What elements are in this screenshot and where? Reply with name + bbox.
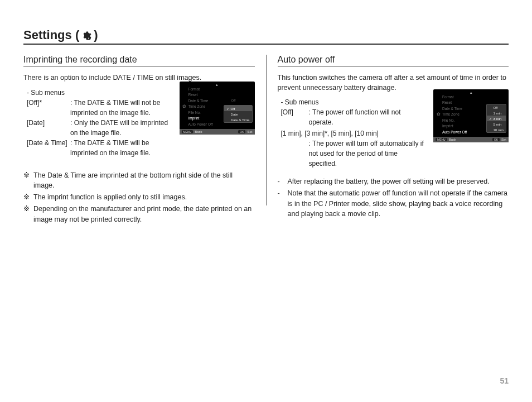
reference-marker: ※ [23, 204, 33, 225]
left-column: Imprinting the recording date There is a… [23, 55, 255, 226]
reference-marker: ※ [23, 170, 33, 192]
check-icon: ✓ [489, 117, 493, 121]
camera-option: 5 min [487, 121, 506, 127]
page-number: 51 [500, 376, 509, 385]
check-icon: ✓ [226, 107, 230, 111]
camera-menu-text: Date & Time [187, 99, 231, 103]
gear-icon: ✿ [436, 112, 441, 117]
submenu-desc: : The power will turn off automatically … [309, 138, 509, 169]
camera-option: Off [487, 104, 506, 110]
menu-button-label: MENU [182, 130, 194, 133]
left-notes: ※The Date & Time are imprinted at the bo… [23, 170, 255, 225]
note-text: The Date & Time are imprinted at the bot… [33, 170, 255, 192]
menu-button-label: MENU [436, 138, 447, 141]
camera-footer: MENU Back OK Set [433, 137, 509, 142]
camera-screenshot-autopower: ▴ FormatResetDate & Time✿Time ZoneFile N… [433, 89, 509, 142]
camera-footer: MENU Back OK Set [180, 129, 255, 135]
dash-marker: - [278, 176, 288, 187]
submenu-label [281, 138, 309, 169]
note-text: After replacing the battery, the power o… [288, 176, 509, 187]
set-label: Set [247, 130, 252, 133]
submenu-label: [Off]* [27, 98, 70, 118]
option-popup: ✓OffDateDate & Time [224, 105, 252, 123]
submenu-desc: : The DATE & TIME will be imprinted on t… [70, 138, 255, 158]
submenu-row: : The power will turn off automatically … [281, 138, 509, 169]
reference-marker: ※ [23, 192, 33, 203]
title-suffix: ) [94, 28, 98, 42]
submenu-label: [Date] [27, 118, 70, 138]
gear-icon: ✿ [182, 104, 187, 109]
camera-option: 1 min [487, 110, 506, 116]
ok-button-label: OK [492, 138, 500, 141]
right-column: Auto power off This function switches th… [278, 55, 509, 226]
camera-menu-text: Format [187, 87, 253, 91]
page-title: Settings ( ) [23, 28, 509, 45]
camera-option: Date [224, 111, 252, 117]
camera-option: 10 min [487, 127, 506, 132]
gear-icon [81, 28, 91, 42]
right-notes: - After replacing the battery, the power… [278, 176, 509, 219]
option-popup: Off1 min✓3 min5 min10 min [486, 104, 506, 133]
camera-menu-row: Date & TimeOff [180, 98, 255, 104]
camera-menu-row: Reset [180, 92, 255, 98]
note-text: Depending on the manufacturer and print … [33, 204, 255, 225]
note-text: The imprint function is applied only to … [33, 192, 255, 203]
camera-menu-row: Format [433, 94, 509, 100]
camera-option: ✓3 min [487, 116, 506, 121]
back-label: Back [195, 130, 202, 133]
right-section-title: Auto power off [278, 55, 509, 66]
camera-screenshot-imprint: ▴ FormatResetDate & TimeOff✿Time ZoneFil… [180, 82, 255, 135]
back-label: Back [449, 138, 456, 141]
submenu-label: [Off] [281, 107, 309, 127]
camera-menu-row: Format [180, 86, 255, 92]
camera-menu-text: Reset [187, 93, 253, 97]
column-divider [266, 55, 267, 205]
set-label: Set [501, 138, 506, 141]
camera-menu-text: Format [441, 95, 506, 99]
dash-marker: - [278, 188, 288, 219]
camera-option: Date & Time [224, 117, 252, 122]
camera-menu-value: Off [231, 99, 253, 102]
title-prefix: Settings ( [23, 28, 79, 42]
note-text: Note that the automatic power off functi… [288, 188, 509, 219]
submenu-row: [Date & Time] : The DATE & TIME will be … [27, 138, 255, 158]
ok-button-label: OK [238, 130, 245, 133]
left-section-title: Imprinting the recording date [23, 55, 255, 66]
submenu-label: [Date & Time] [27, 138, 70, 158]
camera-option: ✓Off [224, 106, 252, 111]
